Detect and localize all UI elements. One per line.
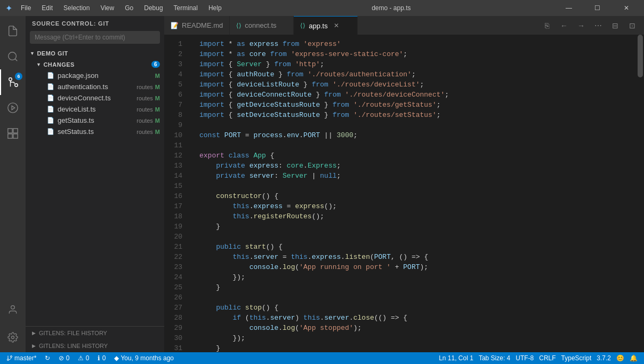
- svg-point-3: [9, 78, 12, 81]
- activity-search[interactable]: [0, 44, 26, 69]
- svg-point-11: [11, 306, 15, 310]
- file-name: getStatus.ts: [58, 116, 136, 124]
- branch-status[interactable]: master*: [4, 352, 38, 364]
- file-icon: 📄: [47, 117, 54, 124]
- menu-view[interactable]: View: [96, 3, 118, 13]
- code-line-6: import { deviceConnectRoute } from './ro…: [199, 90, 637, 100]
- feedback-icon: 😊: [616, 354, 624, 362]
- scrollbar-thumb[interactable]: [638, 35, 643, 77]
- tab-readme[interactable]: 📝 README.md: [164, 16, 230, 35]
- line-ending-status[interactable]: CRLF: [537, 352, 558, 364]
- file-item-getstatus[interactable]: 📄 getStatus.ts routes M: [32, 115, 164, 126]
- version-status[interactable]: 3.7.2: [594, 352, 613, 364]
- file-name: deviceConnect.ts: [58, 94, 136, 102]
- activity-settings[interactable]: [0, 325, 26, 350]
- menu-selection[interactable]: Selection: [59, 3, 94, 13]
- editor-content[interactable]: 12345 678910 1112131415 1617181920 21222…: [164, 35, 644, 352]
- tab-app[interactable]: ⟨⟩ app.ts ✕: [294, 16, 358, 35]
- sync-status[interactable]: ↻: [43, 352, 52, 364]
- line-numbers: 12345 678910 1112131415 1617181920 21222…: [164, 35, 191, 352]
- file-modified-badge: M: [155, 117, 160, 124]
- gitlens-status[interactable]: ◆ You, 9 months ago: [112, 352, 176, 364]
- info-label: ℹ 0: [98, 354, 106, 362]
- code-line-26: [199, 292, 637, 303]
- file-item-setstatus[interactable]: 📄 setStatus.ts routes M: [32, 126, 164, 137]
- language-status[interactable]: TypeScript: [559, 352, 594, 364]
- split-editor-button[interactable]: ⎘: [540, 18, 554, 33]
- code-editor[interactable]: import * as express from 'express' impor…: [191, 35, 637, 352]
- tab-bar-actions: ⎘ ← → ⋯ ⊟ ⊡: [535, 16, 644, 35]
- language-label: TypeScript: [561, 354, 592, 362]
- go-forward-button[interactable]: →: [574, 18, 589, 33]
- gitlens-file-history-label: GITLENS: FILE HISTORY: [39, 330, 107, 336]
- line-col-status[interactable]: Ln 11, Col 1: [437, 352, 476, 364]
- gitlens-icon: ◆: [114, 354, 119, 362]
- errors-status[interactable]: ⊘ 0: [57, 352, 71, 364]
- split-right-button[interactable]: ⊟: [608, 18, 623, 33]
- menu-go[interactable]: Go: [120, 3, 138, 13]
- file-type: routes: [136, 95, 153, 101]
- file-type: routes: [136, 129, 153, 135]
- notifications-button[interactable]: 🔔: [627, 352, 640, 364]
- gitlens-line-history[interactable]: ▶ GITLENS: LINE HISTORY: [26, 339, 164, 352]
- code-line-18: this.registerRoutes();: [199, 211, 637, 221]
- more-actions-button[interactable]: ⋯: [591, 18, 606, 33]
- minimize-button[interactable]: —: [557, 0, 581, 16]
- sidebar: SOURCE CONTROL: GIT ▼ DEMO GIT ▼ CHANGES…: [26, 16, 164, 352]
- file-name: package.json: [58, 72, 155, 80]
- tab-close-button[interactable]: ✕: [332, 21, 341, 30]
- editor-scrollbar[interactable]: [637, 35, 644, 352]
- gitlens-label: You, 9 months ago: [120, 354, 174, 362]
- main-layout: 6: [0, 16, 644, 352]
- code-line-8: import { setDeviceStatusRoute } from './…: [199, 110, 637, 120]
- tab-connect[interactable]: ⟨⟩ connect.ts: [230, 16, 294, 35]
- activity-accounts[interactable]: [0, 297, 26, 322]
- file-item-devicelist[interactable]: 📄 deviceList.ts routes M: [32, 104, 164, 115]
- encoding-label: UTF-8: [516, 354, 534, 362]
- line-col-label: Ln 11, Col 1: [439, 354, 473, 362]
- file-name: authentication.ts: [58, 83, 136, 91]
- code-line-4: import { authRoute } from './routes/auth…: [199, 69, 637, 80]
- warnings-label: ⚠ 0: [78, 354, 89, 362]
- svg-line-1: [15, 59, 17, 61]
- warnings-status[interactable]: ⚠ 0: [76, 352, 91, 364]
- menu-edit[interactable]: Edit: [37, 3, 57, 13]
- editor-layout-button[interactable]: ⊡: [625, 18, 640, 33]
- feedback-button[interactable]: 😊: [614, 352, 626, 364]
- activity-explorer[interactable]: [0, 18, 26, 44]
- file-item-package[interactable]: 📄 package.json M: [32, 70, 164, 81]
- line-ending-label: CRLF: [539, 354, 556, 362]
- file-item-authentication[interactable]: 📄 authentication.ts routes M: [32, 81, 164, 92]
- file-modified-badge: M: [155, 129, 160, 135]
- encoding-status[interactable]: UTF-8: [513, 352, 536, 364]
- file-name: setStatus.ts: [58, 128, 136, 136]
- code-line-2: import * as core from 'express-serve-sta…: [199, 49, 637, 59]
- file-item-deviceconnect[interactable]: 📄 deviceConnect.ts routes M: [32, 92, 164, 104]
- file-icon: 📄: [47, 94, 54, 101]
- tab-app-icon: ⟨⟩: [300, 22, 305, 29]
- menu-file[interactable]: File: [17, 3, 35, 13]
- file-type: routes: [136, 84, 153, 90]
- file-type: routes: [136, 117, 153, 124]
- commit-message-input[interactable]: [30, 31, 160, 44]
- close-button[interactable]: ✕: [614, 0, 639, 16]
- go-back-button[interactable]: ←: [557, 18, 571, 33]
- menu-debug[interactable]: Debug: [140, 3, 167, 13]
- gitlens-file-history[interactable]: ▶ GITLENS: FILE HISTORY: [26, 327, 164, 339]
- demo-git-header[interactable]: ▼ DEMO GIT: [26, 48, 164, 59]
- info-status[interactable]: ℹ 0: [95, 352, 108, 364]
- activity-extensions[interactable]: [0, 121, 26, 146]
- activity-source-control[interactable]: 6: [0, 69, 26, 95]
- file-icon: 📄: [47, 83, 54, 90]
- menu-help[interactable]: Help: [204, 3, 226, 13]
- code-line-7: import { getDeviceStatusRoute } from './…: [199, 100, 637, 110]
- menu-terminal[interactable]: Terminal: [170, 3, 202, 13]
- tab-size-status[interactable]: Tab Size: 4: [477, 352, 512, 364]
- sidebar-title: SOURCE CONTROL: GIT: [26, 16, 164, 29]
- maximize-button[interactable]: ☐: [585, 0, 610, 16]
- vscode-logo: ✦: [5, 3, 12, 13]
- code-line-10: const PORT = process.env.PORT || 3000;: [199, 130, 637, 140]
- activity-debug[interactable]: [0, 95, 26, 121]
- version-label: 3.7.2: [597, 354, 611, 362]
- changes-header[interactable]: ▼ CHANGES 6: [32, 59, 164, 70]
